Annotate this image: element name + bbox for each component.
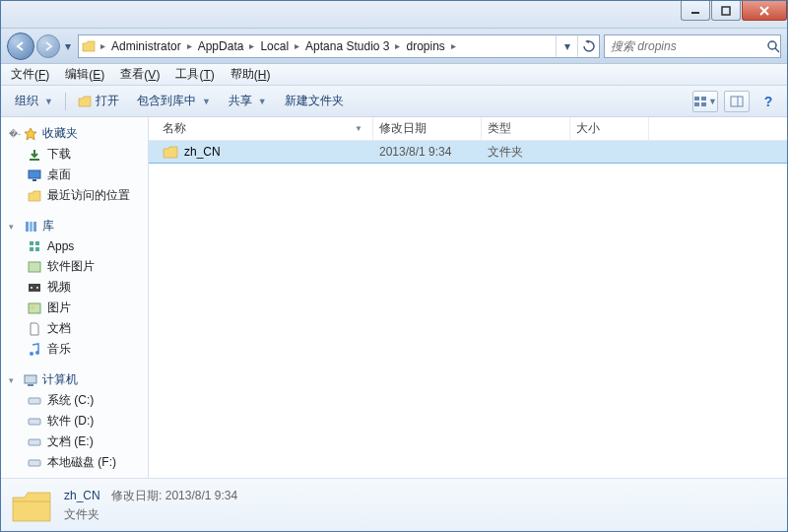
svg-rect-10: [731, 97, 743, 106]
drive-icon: [27, 414, 42, 430]
tree-item-downloads[interactable]: 下载: [5, 144, 148, 165]
column-type[interactable]: 类型: [482, 117, 570, 140]
search-icon[interactable]: [765, 39, 780, 53]
column-headers: 名称▼ 修改日期 类型 大小: [149, 117, 787, 141]
chevron-right-icon: ▸: [185, 40, 194, 51]
breadcrumb-segment[interactable]: AppData: [194, 35, 248, 57]
chevron-right-icon: ▸: [247, 40, 256, 51]
column-name[interactable]: 名称▼: [157, 117, 373, 140]
tree-item-pictures[interactable]: 图片: [5, 298, 148, 318]
close-button[interactable]: [742, 1, 787, 21]
tree-favorites: �- 收藏夹 下载 桌面 最近访问的位置: [5, 123, 148, 206]
back-button[interactable]: [7, 33, 34, 60]
tree-item-drive-f[interactable]: 本地磁盘 (F:): [5, 452, 148, 473]
recent-icon: [27, 188, 42, 204]
svg-rect-20: [35, 241, 39, 245]
refresh-button[interactable]: [577, 35, 599, 57]
tree-item-music[interactable]: 音乐: [5, 339, 148, 360]
breadcrumb-segment[interactable]: Local: [256, 35, 293, 57]
details-line-1: zh_CN 修改日期: 2013/8/1 9:34: [64, 488, 237, 504]
tree-head-libraries[interactable]: ▾库: [5, 216, 148, 236]
svg-point-25: [31, 287, 33, 289]
breadcrumb-segment[interactable]: dropins: [402, 35, 448, 57]
svg-rect-19: [30, 241, 33, 245]
tree-item-videos[interactable]: 视频: [5, 277, 148, 298]
svg-rect-7: [701, 97, 706, 100]
nav-arrows: ▾: [7, 33, 74, 60]
file-list[interactable]: zh_CN 2013/8/1 9:34 文件夹: [149, 141, 787, 478]
svg-rect-35: [29, 439, 40, 445]
tree-item-lib1[interactable]: 软件图片: [5, 256, 148, 277]
tree-item-apps[interactable]: Apps: [5, 236, 148, 256]
tree-head-computer[interactable]: ▾计算机: [5, 369, 148, 390]
share-button[interactable]: 共享▼: [221, 90, 275, 113]
menu-tools[interactable]: 工具(T): [167, 64, 222, 85]
svg-rect-22: [35, 247, 39, 251]
preview-pane-button[interactable]: [724, 91, 750, 112]
chevron-right-icon: ▸: [393, 40, 402, 51]
file-name: zh_CN: [184, 145, 221, 159]
sort-indicator-icon: ▼: [355, 124, 362, 133]
new-folder-button[interactable]: 新建文件夹: [277, 90, 352, 113]
tree-item-drive-c[interactable]: 系统 (C:): [5, 390, 148, 411]
tree-libraries: ▾库 Apps 软件图片 视频 图片 文档 音乐: [5, 216, 148, 360]
document-icon: [27, 321, 42, 337]
forward-button[interactable]: [36, 34, 60, 58]
svg-rect-27: [29, 303, 40, 313]
tree-item-documents[interactable]: 文档: [5, 318, 148, 339]
computer-icon: [23, 372, 38, 388]
minimize-button[interactable]: [681, 1, 710, 21]
organize-button[interactable]: 组织▼: [7, 90, 61, 113]
search-box[interactable]: [604, 34, 781, 58]
separator: [65, 93, 66, 110]
menu-help[interactable]: 帮助(H): [223, 64, 279, 85]
svg-rect-21: [30, 247, 33, 251]
folder-icon: [163, 144, 178, 160]
apps-icon: [27, 238, 42, 254]
cell-name: zh_CN: [157, 144, 373, 160]
tree-head-favorites[interactable]: �- 收藏夹: [5, 123, 148, 144]
tree-item-desktop[interactable]: 桌面: [5, 165, 148, 185]
svg-point-30: [35, 351, 39, 355]
breadcrumb-segment[interactable]: Administrator: [107, 35, 185, 57]
drive-icon: [27, 434, 42, 450]
file-list-pane: 名称▼ 修改日期 类型 大小 zh_CN 2013/8/1 9:34 文件夹: [149, 117, 787, 478]
drive-icon: [27, 455, 42, 471]
breadcrumb-segment[interactable]: Aptana Studio 3: [301, 35, 393, 57]
svg-rect-16: [26, 222, 29, 232]
table-row[interactable]: zh_CN 2013/8/1 9:34 文件夹: [149, 141, 787, 163]
chevron-right-icon: ▸: [449, 40, 458, 51]
svg-point-28: [32, 305, 34, 308]
command-bar: 组织▼ 打开 包含到库中▼ 共享▼ 新建文件夹 ▼ ?: [1, 86, 787, 117]
view-options-button[interactable]: ▼: [692, 91, 718, 112]
menu-view[interactable]: 查看(V): [112, 64, 167, 85]
svg-rect-32: [28, 384, 33, 386]
help-button[interactable]: ?: [755, 91, 781, 112]
svg-rect-23: [29, 262, 40, 272]
details-meta: zh_CN 修改日期: 2013/8/1 9:34 文件夹: [64, 488, 237, 523]
navigation-pane[interactable]: �- 收藏夹 下载 桌面 最近访问的位置 ▾库 Apps 软件图片 视频 图片 …: [1, 117, 149, 478]
include-in-library-button[interactable]: 包含到库中▼: [129, 90, 219, 113]
collapse-icon: �-: [9, 129, 19, 139]
folder-icon: [79, 40, 98, 52]
address-bar[interactable]: ▸ Administrator▸ AppData▸ Local▸ Aptana …: [78, 34, 600, 58]
svg-point-29: [30, 352, 33, 356]
tree-item-drive-e[interactable]: 文档 (E:): [5, 432, 148, 452]
maximize-button[interactable]: [711, 1, 741, 21]
svg-rect-9: [701, 102, 706, 106]
open-button[interactable]: 打开: [70, 90, 127, 113]
menu-file[interactable]: 文件(F): [3, 64, 57, 85]
menu-edit[interactable]: 编辑(E): [57, 64, 112, 85]
column-size[interactable]: 大小: [570, 117, 649, 140]
svg-rect-1: [722, 7, 730, 15]
column-date[interactable]: 修改日期: [373, 117, 482, 140]
history-dropdown[interactable]: ▾: [62, 36, 74, 56]
search-input[interactable]: [605, 39, 765, 53]
navigation-bar: ▾ ▸ Administrator▸ AppData▸ Local▸ Aptan…: [1, 29, 787, 64]
window-buttons: [680, 1, 787, 21]
svg-line-5: [775, 48, 779, 52]
body: �- 收藏夹 下载 桌面 最近访问的位置 ▾库 Apps 软件图片 视频 图片 …: [1, 117, 787, 478]
tree-item-recent[interactable]: 最近访问的位置: [5, 185, 148, 206]
address-dropdown[interactable]: ▾: [556, 35, 577, 57]
tree-item-drive-d[interactable]: 软件 (D:): [5, 411, 148, 432]
